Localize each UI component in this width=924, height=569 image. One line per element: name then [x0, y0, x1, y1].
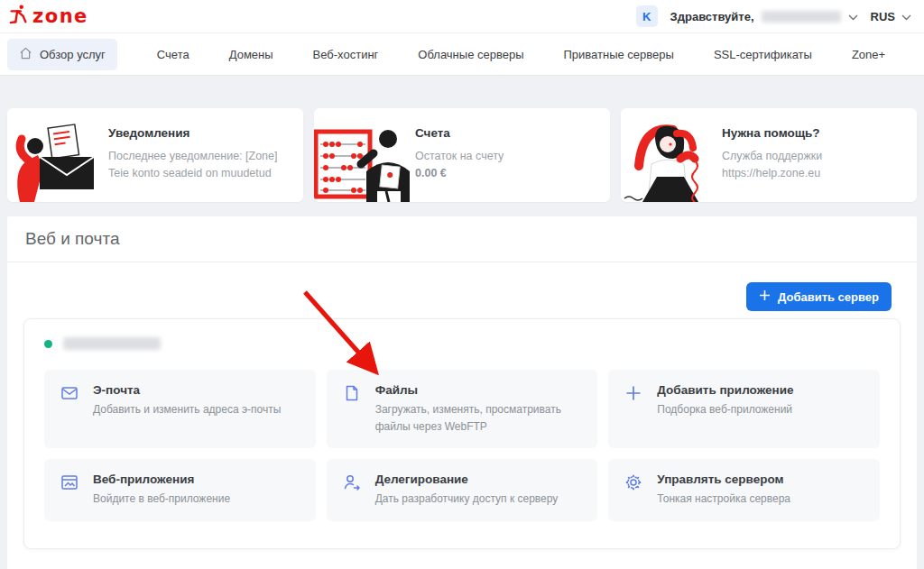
- section-header: Веб и почта: [7, 216, 917, 262]
- tile-title: Файлы: [375, 383, 582, 397]
- tile-subtitle: Тонкая настройка сервера: [657, 491, 790, 508]
- nav-item-zone-plus[interactable]: Zone+: [852, 48, 885, 61]
- notifications-card[interactable]: Уведомления Последнее уведомление: [Zone…: [7, 108, 303, 202]
- card-text: Служба поддержки https://help.zone.eu: [722, 148, 904, 182]
- tile-title: Добавить приложение: [657, 383, 793, 397]
- status-dot: [44, 340, 52, 348]
- user-avatar[interactable]: K: [636, 5, 658, 27]
- card-title: Уведомления: [108, 126, 291, 140]
- tile-title: Управлять сервером: [657, 473, 790, 486]
- running-man-icon: [9, 4, 29, 29]
- chevron-down-icon: [848, 10, 858, 23]
- help-card[interactable]: Нужна помощь? Служба поддержки https://h…: [621, 108, 917, 202]
- language-selector[interactable]: RUS: [871, 10, 911, 23]
- main-nav: Обзор услуг Счета Домены Веб-хостинг Обл…: [0, 32, 924, 76]
- nav-item-domains[interactable]: Домены: [229, 48, 273, 61]
- web-and-mail-panel: Веб и почта Добавить сервер: [7, 216, 917, 569]
- nav-item-ssl-certificates[interactable]: SSL-сертификаты: [714, 48, 812, 61]
- tile-subtitle: Подборка веб-приложений: [657, 401, 793, 418]
- server-name-redacted: [63, 337, 161, 350]
- server-status-row: [44, 337, 880, 350]
- nav-item-private-servers[interactable]: Приватные серверы: [564, 48, 674, 61]
- account-balance: 0.00 €: [415, 167, 504, 179]
- invoices-card[interactable]: Счета Остаток на счету 0.00 €: [314, 108, 610, 202]
- nav-item-overview[interactable]: Обзор услуг: [7, 39, 117, 70]
- card-title: Счета: [415, 126, 504, 140]
- person-with-phone-illustration: [621, 108, 718, 202]
- card-text: Остаток на счету: [415, 148, 504, 165]
- user-arrow-icon: [343, 473, 361, 508]
- tile-subtitle: Дать разработчику доступ к серверу: [375, 491, 559, 508]
- plus-icon: [624, 383, 642, 435]
- person-with-envelope-illustration: [7, 108, 105, 202]
- section-title: Веб и почта: [25, 229, 899, 249]
- user-menu[interactable]: Здравствуйте,: [670, 10, 858, 23]
- tile-subtitle: Войдите в веб-приложение: [93, 491, 230, 508]
- action-manage-server[interactable]: Управлять сервером Тонкая настройка серв…: [608, 459, 880, 521]
- action-email[interactable]: Э-почта Добавить и изменить адреса э-поч…: [44, 370, 316, 448]
- nav-item-invoices[interactable]: Счета: [157, 48, 189, 61]
- nav-item-cloud-servers[interactable]: Облачные серверы: [418, 48, 523, 61]
- nav-label: Обзор услуг: [40, 48, 106, 61]
- tile-title: Делегирование: [375, 473, 559, 486]
- gear-icon: [624, 473, 642, 508]
- info-cards-row: Уведомления Последнее уведомление: [Zone…: [0, 108, 924, 202]
- home-icon: [19, 47, 32, 62]
- zone-logo[interactable]: zone: [9, 4, 88, 29]
- mail-icon: [60, 383, 79, 435]
- card-text: Последнее уведомление: [Zone] Teie konto…: [108, 148, 291, 182]
- user-name-redacted: [762, 11, 841, 23]
- plus-icon: [759, 289, 771, 304]
- add-server-label: Добавить сервер: [778, 290, 879, 304]
- action-web-applications[interactable]: Веб-приложения Войдите в веб-приложение: [44, 459, 316, 521]
- chevron-down-icon: [901, 10, 911, 23]
- action-files[interactable]: Файлы Загружать, изменять, просматривать…: [327, 370, 598, 448]
- action-add-application[interactable]: Добавить приложение Подборка веб-приложе…: [608, 370, 880, 448]
- add-server-button[interactable]: Добавить сервер: [746, 282, 892, 311]
- browser-icon: [60, 473, 79, 508]
- tile-subtitle: Добавить и изменить адреса э-почты: [93, 401, 281, 418]
- server-card: Э-почта Добавить и изменить адреса э-поч…: [23, 318, 901, 549]
- nav-item-webhosting[interactable]: Веб-хостинг: [313, 48, 379, 61]
- server-actions-grid: Э-почта Добавить и изменить адреса э-поч…: [44, 370, 880, 521]
- tile-title: Веб-приложения: [93, 473, 230, 486]
- file-icon: [343, 383, 361, 435]
- tile-title: Э-почта: [93, 383, 281, 397]
- logo-wordmark: zone: [32, 5, 88, 27]
- language-label: RUS: [871, 10, 895, 23]
- tile-subtitle: Загружать, изменять, просматривать файлы…: [375, 401, 582, 435]
- header: zone K Здравствуйте, RUS: [0, 0, 924, 32]
- greeting-text: Здравствуйте,: [670, 10, 754, 23]
- card-title: Нужна помощь?: [722, 126, 904, 140]
- action-delegation[interactable]: Делегирование Дать разработчику доступ к…: [327, 459, 598, 521]
- person-with-abacus-illustration: [314, 108, 411, 202]
